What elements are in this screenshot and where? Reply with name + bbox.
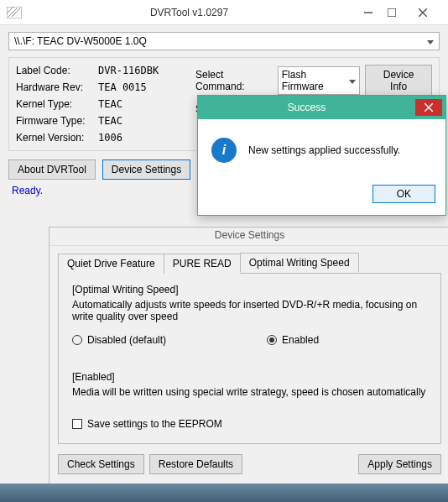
dialog-ok-button[interactable]: OK <box>372 185 435 203</box>
close-button[interactable] <box>404 4 441 21</box>
dialog-message: New settings applied successfully. <box>248 144 400 156</box>
label-code-label: Label Code: <box>16 65 93 76</box>
ows-header: [Optimal Writing Speed] <box>72 284 427 295</box>
fw-type-value: TEAC <box>98 115 190 127</box>
minimize-button[interactable] <box>357 4 380 21</box>
dialog-titlebar: Success <box>198 96 445 119</box>
svg-rect-5 <box>388 8 396 17</box>
command-select-value: Flash Firmware <box>282 69 346 92</box>
device-settings-window: Device Settings Quiet Drive Feature PURE… <box>49 227 448 484</box>
app-icon <box>7 7 22 18</box>
success-dialog: Success i New settings applied successfu… <box>197 95 446 216</box>
checkbox-icon <box>72 419 82 429</box>
radio-on-icon <box>267 335 277 345</box>
hw-rev-label: Hardware Rev: <box>16 81 93 93</box>
enabled-description: Media will be written using special writ… <box>72 386 427 398</box>
apply-settings-button[interactable]: Apply Settings <box>358 454 441 474</box>
ows-description: Automatically adjusts write speeds for i… <box>72 299 427 322</box>
kernel-ver-label: Kernel Version: <box>16 132 93 144</box>
device-info-button[interactable]: Device Info <box>365 65 432 97</box>
kernel-ver-value: 1006 <box>98 132 190 144</box>
window-title: DVRTool v1.0297 <box>22 7 357 18</box>
dialog-title: Success <box>198 102 415 113</box>
drive-select[interactable]: \\.\F: TEAC DV-W5000E 1.0Q <box>8 32 440 50</box>
settings-tabs: Quiet Drive Feature PURE READ Optimal Wr… <box>58 253 441 274</box>
fw-type-label: Firmware Type: <box>16 115 93 127</box>
kernel-type-value: TEAC <box>98 98 190 110</box>
tab-optimal-writing-speed[interactable]: Optimal Writing Speed <box>240 253 359 273</box>
desktop-strip <box>0 484 448 502</box>
tab-quiet-drive[interactable]: Quiet Drive Feature <box>58 254 164 274</box>
hw-rev-value: TEA 0015 <box>98 81 190 93</box>
command-select[interactable]: Flash Firmware <box>278 66 361 95</box>
radio-enabled[interactable]: Enabled <box>267 334 319 346</box>
dialog-close-button[interactable] <box>415 99 442 116</box>
restore-defaults-button[interactable]: Restore Defaults <box>149 454 242 474</box>
tab-body: [Optimal Writing Speed] Automatically ad… <box>58 274 441 444</box>
radio-disabled[interactable]: Disabled (default) <box>72 334 166 346</box>
save-eeprom-label: Save settings to the EEPROM <box>87 418 222 430</box>
about-button[interactable]: About DVRTool <box>8 159 96 180</box>
check-settings-button[interactable]: Check Settings <box>58 454 144 474</box>
device-settings-title: Device Settings <box>49 227 448 246</box>
radio-disabled-label: Disabled (default) <box>87 334 166 346</box>
drive-select-text: \\.\F: TEAC DV-W5000E 1.0Q <box>14 35 147 47</box>
enabled-header: [Enabled] <box>72 371 427 383</box>
radio-enabled-label: Enabled <box>282 334 319 346</box>
select-command-label: Select Command: <box>195 69 273 92</box>
chevron-down-icon <box>427 35 434 47</box>
save-eeprom-checkbox[interactable]: Save settings to the EEPROM <box>72 418 427 430</box>
info-icon: i <box>211 138 237 163</box>
label-code-value: DVR-116DBK <box>98 65 190 76</box>
radio-off-icon <box>72 335 82 345</box>
device-settings-button[interactable]: Device Settings <box>102 159 190 180</box>
main-titlebar: DVRTool v1.0297 <box>0 0 448 25</box>
kernel-type-label: Kernel Type: <box>16 98 93 110</box>
tab-pure-read[interactable]: PURE READ <box>164 254 241 274</box>
maximize-button[interactable] <box>380 4 404 21</box>
chevron-down-icon <box>349 75 356 86</box>
